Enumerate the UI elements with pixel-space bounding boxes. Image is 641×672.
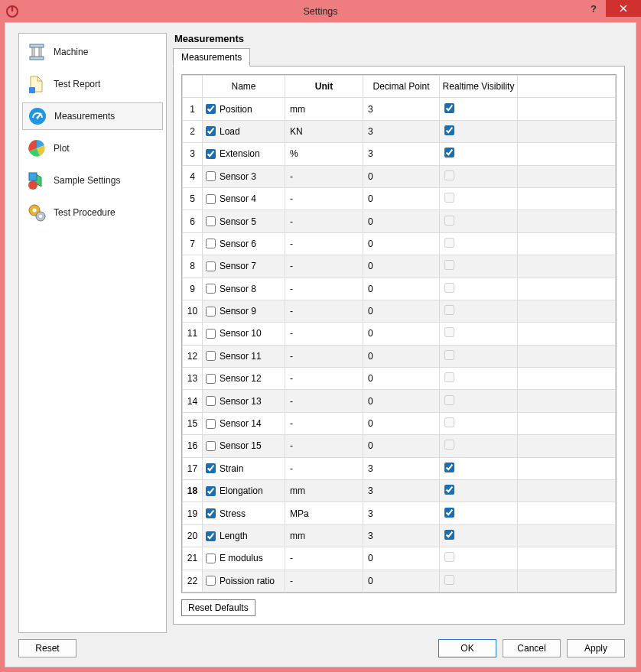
row-index[interactable]: 6 [183, 210, 203, 232]
row-index[interactable]: 3 [183, 143, 203, 165]
row-unit[interactable]: - [285, 412, 363, 434]
row-enable-checkbox[interactable] [206, 307, 216, 317]
table-row[interactable]: 8Sensor 7-0 [183, 255, 616, 278]
table-row[interactable]: 21E modulus-0 [183, 547, 616, 570]
row-index[interactable]: 8 [183, 255, 203, 278]
sidebar-item-measurements[interactable]: Measurements [22, 102, 163, 130]
row-unit[interactable]: - [285, 255, 363, 278]
row-enable-checkbox[interactable] [206, 284, 216, 294]
row-enable-checkbox[interactable] [206, 486, 216, 496]
row-enable-checkbox[interactable] [206, 351, 216, 361]
row-unit[interactable]: - [285, 323, 363, 345]
table-row[interactable]: 14Sensor 13-0 [183, 390, 616, 412]
col-unit[interactable]: Unit [285, 76, 363, 98]
row-decimal[interactable]: 0 [363, 187, 440, 209]
row-enable-checkbox[interactable] [206, 554, 216, 563]
row-unit[interactable]: mm [285, 480, 363, 502]
row-realtime-checkbox[interactable] [444, 485, 454, 495]
row-enable-checkbox[interactable] [206, 419, 216, 429]
row-enable-checkbox[interactable] [206, 126, 216, 136]
table-row[interactable]: 18Elongationmm3 [183, 480, 616, 502]
row-index[interactable]: 2 [183, 120, 203, 142]
cancel-button[interactable]: Cancel [503, 639, 561, 657]
row-decimal[interactable]: 3 [363, 502, 440, 524]
row-index[interactable]: 7 [183, 232, 203, 255]
row-index[interactable]: 20 [183, 524, 203, 547]
col-name[interactable]: Name [203, 76, 285, 98]
row-enable-checkbox[interactable] [206, 194, 216, 204]
row-decimal[interactable]: 0 [363, 323, 440, 345]
reset-defaults-button[interactable]: Reset Defaults [181, 599, 255, 616]
row-enable-checkbox[interactable] [206, 441, 216, 451]
row-decimal[interactable]: 0 [363, 232, 440, 255]
table-row[interactable]: 5Sensor 4-0 [183, 187, 616, 209]
row-index[interactable]: 15 [183, 412, 203, 434]
row-index[interactable]: 13 [183, 368, 203, 390]
row-enable-checkbox[interactable] [206, 508, 216, 518]
row-realtime-checkbox[interactable] [444, 148, 454, 157]
row-enable-checkbox[interactable] [206, 261, 216, 271]
row-decimal[interactable]: 0 [363, 390, 440, 412]
row-unit[interactable]: % [285, 143, 363, 165]
row-enable-checkbox[interactable] [206, 239, 216, 248]
row-unit[interactable]: - [285, 570, 363, 592]
row-decimal[interactable]: 0 [363, 300, 440, 322]
ok-button[interactable]: OK [438, 639, 496, 657]
row-realtime-checkbox[interactable] [444, 463, 454, 472]
row-decimal[interactable]: 0 [363, 165, 440, 187]
row-decimal[interactable]: 0 [363, 210, 440, 232]
row-index[interactable]: 21 [183, 547, 203, 570]
row-unit[interactable]: - [285, 232, 363, 255]
sidebar-item-sample-settings[interactable]: Sample Settings [22, 167, 163, 194]
row-decimal[interactable]: 0 [363, 570, 440, 592]
row-unit[interactable]: - [285, 165, 363, 187]
table-row[interactable]: 1Positionmm3 [183, 98, 616, 120]
titlebar[interactable]: Settings ? [0, 0, 641, 22]
row-decimal[interactable]: 3 [363, 480, 440, 502]
row-index[interactable]: 10 [183, 300, 203, 322]
table-row[interactable]: 16Sensor 15-0 [183, 435, 616, 457]
row-realtime-checkbox[interactable] [444, 508, 454, 518]
row-unit[interactable]: KN [285, 120, 363, 142]
row-decimal[interactable]: 3 [363, 120, 440, 142]
row-enable-checkbox[interactable] [206, 374, 216, 384]
row-decimal[interactable]: 0 [363, 368, 440, 390]
tab-measurements[interactable]: Measurements [173, 48, 250, 67]
row-index[interactable]: 11 [183, 323, 203, 345]
table-row[interactable]: 22Poission ratio-0 [183, 570, 616, 592]
row-decimal[interactable]: 3 [363, 98, 440, 120]
row-index[interactable]: 5 [183, 187, 203, 209]
row-enable-checkbox[interactable] [206, 216, 216, 226]
table-row[interactable]: 13Sensor 12-0 [183, 368, 616, 390]
apply-button[interactable]: Apply [567, 639, 625, 657]
row-unit[interactable]: mm [285, 98, 363, 120]
row-unit[interactable]: - [285, 390, 363, 412]
table-row[interactable]: 12Sensor 11-0 [183, 345, 616, 367]
row-realtime-checkbox[interactable] [444, 530, 454, 540]
table-row[interactable]: 10Sensor 9-0 [183, 300, 616, 322]
row-enable-checkbox[interactable] [206, 171, 216, 181]
row-unit[interactable]: - [285, 457, 363, 479]
row-index[interactable]: 4 [183, 165, 203, 187]
row-decimal[interactable]: 3 [363, 457, 440, 479]
table-row[interactable]: 19StressMPa3 [183, 502, 616, 524]
row-decimal[interactable]: 0 [363, 547, 440, 570]
row-index[interactable]: 9 [183, 278, 203, 300]
sidebar-item-plot[interactable]: Plot [22, 135, 163, 162]
table-row[interactable]: 3Extension%3 [183, 143, 616, 165]
row-index[interactable]: 16 [183, 435, 203, 457]
help-button[interactable]: ? [581, 0, 606, 17]
row-decimal[interactable]: 3 [363, 524, 440, 547]
sidebar-item-machine[interactable]: Machine [22, 38, 163, 66]
close-button[interactable] [606, 0, 641, 17]
table-row[interactable]: 7Sensor 6-0 [183, 232, 616, 255]
row-index[interactable]: 14 [183, 390, 203, 412]
row-unit[interactable]: MPa [285, 502, 363, 524]
row-realtime-checkbox[interactable] [444, 125, 454, 135]
reset-button[interactable]: Reset [18, 639, 76, 657]
row-unit[interactable]: mm [285, 524, 363, 547]
row-index[interactable]: 17 [183, 457, 203, 479]
sidebar-item-test-report[interactable]: Test Report [22, 70, 163, 98]
row-enable-checkbox[interactable] [206, 531, 216, 541]
row-enable-checkbox[interactable] [206, 104, 216, 114]
